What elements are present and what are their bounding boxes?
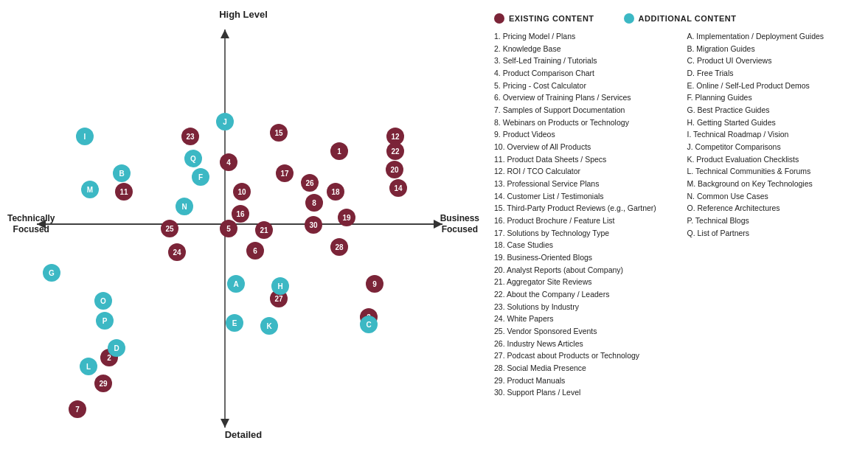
additional-list-item: L. Technical Communities & Forums bbox=[687, 166, 863, 176]
dot-existing-24: 24 bbox=[168, 243, 186, 261]
additional-list-col: A. Implementation / Deployment GuidesB. … bbox=[687, 31, 863, 400]
existing-list-item: 12. ROI / TCO Calculator bbox=[494, 166, 670, 176]
additional-list-item: J. Competitor Comparisons bbox=[687, 142, 863, 152]
additional-list-item: N. Common Use Cases bbox=[687, 191, 863, 201]
dot-existing-10: 10 bbox=[233, 183, 251, 201]
additional-list-item: M. Background on Key Technologies bbox=[687, 178, 863, 189]
dot-existing-23: 23 bbox=[181, 128, 199, 145]
legend-list-area: EXISTING CONTENT ADDITIONAL CONTENT 1. P… bbox=[479, 7, 868, 442]
dot-additional-O: O bbox=[94, 292, 112, 310]
dot-additional-J: J bbox=[216, 113, 234, 130]
dot-existing-15: 15 bbox=[270, 124, 288, 142]
legend-additional: ADDITIONAL CONTENT bbox=[624, 13, 737, 24]
lists-row: 1. Pricing Model / Plans2. Knowledge Bas… bbox=[494, 31, 862, 400]
dot-existing-26: 26 bbox=[301, 174, 319, 192]
dot-additional-C: C bbox=[360, 316, 378, 333]
dot-additional-I: I bbox=[76, 128, 94, 145]
dot-existing-1: 1 bbox=[330, 142, 348, 160]
chart-area: High Level Detailed TechnicallyFocused B… bbox=[7, 7, 479, 442]
dot-existing-28: 28 bbox=[330, 238, 348, 256]
existing-list-item: 30. Support Plans / Level bbox=[494, 387, 670, 397]
additional-list-item: G. Best Practice Guides bbox=[687, 105, 863, 115]
additional-list-item: Q. List of Partners bbox=[687, 228, 863, 238]
dot-existing-19: 19 bbox=[338, 209, 355, 226]
dot-additional-N: N bbox=[176, 198, 193, 215]
existing-list-item: 4. Product Comparison Chart bbox=[494, 68, 670, 78]
dot-additional-B: B bbox=[113, 164, 131, 182]
existing-list-item: 7. Samples of Support Documentation bbox=[494, 105, 670, 115]
legend-additional-dot bbox=[624, 13, 634, 24]
existing-list-item: 18. Case Studies bbox=[494, 240, 670, 250]
legend-existing: EXISTING CONTENT bbox=[494, 13, 594, 24]
dot-existing-20: 20 bbox=[386, 161, 403, 178]
dot-additional-A: A bbox=[227, 275, 245, 293]
dot-existing-8: 8 bbox=[305, 194, 323, 212]
additional-list-item: O. Reference Architectures bbox=[687, 203, 863, 213]
dot-additional-Q: Q bbox=[184, 150, 202, 167]
dot-existing-7: 7 bbox=[69, 400, 86, 418]
existing-list-item: 2. Knowledge Base bbox=[494, 43, 670, 54]
legend-row: EXISTING CONTENT ADDITIONAL CONTENT bbox=[494, 13, 862, 24]
existing-list-item: 13. Professional Service Plans bbox=[494, 178, 670, 189]
dot-existing-14: 14 bbox=[389, 179, 407, 197]
existing-list-item: 16. Product Brochure / Feature List bbox=[494, 215, 670, 226]
existing-list-item: 3. Self-Led Training / Tutorials bbox=[494, 55, 670, 66]
additional-list-item: E. Online / Self-Led Product Demos bbox=[687, 80, 863, 91]
dot-additional-D: D bbox=[108, 339, 125, 357]
existing-list-item: 5. Pricing - Cost Calculator bbox=[494, 80, 670, 91]
dot-existing-17: 17 bbox=[276, 164, 294, 182]
legend-existing-dot bbox=[494, 13, 504, 24]
existing-list-item: 27. Podcast about Products or Technology bbox=[494, 350, 670, 361]
existing-list-col: 1. Pricing Model / Plans2. Knowledge Bas… bbox=[494, 31, 670, 400]
existing-list-item: 14. Customer List / Testimonials bbox=[494, 191, 670, 201]
dot-additional-K: K bbox=[260, 317, 278, 335]
existing-list-item: 9. Product Videos bbox=[494, 129, 670, 139]
dot-additional-M: M bbox=[81, 181, 99, 198]
dot-existing-6: 6 bbox=[246, 242, 264, 260]
existing-list-item: 25. Vendor Sponsored Events bbox=[494, 326, 670, 336]
additional-list-item: K. Product Evaluation Checklists bbox=[687, 154, 863, 164]
additional-list-item: D. Free Trials bbox=[687, 68, 863, 78]
dot-additional-H: H bbox=[271, 277, 289, 295]
existing-list-item: 11. Product Data Sheets / Specs bbox=[494, 154, 670, 164]
additional-list-item: B. Migration Guides bbox=[687, 43, 863, 54]
existing-list-item: 1. Pricing Model / Plans bbox=[494, 31, 670, 41]
existing-list-item: 29. Product Manuals bbox=[494, 375, 670, 386]
existing-list-item: 15. Third-Party Product Reviews (e.g., G… bbox=[494, 203, 670, 213]
additional-list-item: P. Technical Blogs bbox=[687, 215, 863, 226]
dot-existing-9: 9 bbox=[366, 275, 383, 293]
dot-existing-29: 29 bbox=[94, 375, 112, 392]
svg-marker-6 bbox=[221, 419, 229, 428]
additional-list-item: C. Product UI Overviews bbox=[687, 55, 863, 66]
existing-list-item: 19. Business-Oriented Blogs bbox=[494, 252, 670, 262]
svg-marker-5 bbox=[221, 29, 229, 38]
existing-list-item: 20. Analyst Reports (about Company) bbox=[494, 265, 670, 275]
existing-list-item: 24. White Papers bbox=[494, 313, 670, 324]
legend-additional-label: ADDITIONAL CONTENT bbox=[639, 14, 737, 23]
dot-existing-21: 21 bbox=[255, 221, 273, 239]
existing-list-item: 8. Webinars on Products or Technology bbox=[494, 117, 670, 128]
dot-existing-18: 18 bbox=[327, 183, 344, 201]
additional-list-item: A. Implementation / Deployment Guides bbox=[687, 31, 863, 41]
svg-marker-2 bbox=[37, 220, 46, 229]
dot-existing-22: 22 bbox=[386, 142, 404, 160]
existing-list-item: 28. Social Media Presence bbox=[494, 363, 670, 373]
existing-list-item: 10. Overview of All Products bbox=[494, 142, 670, 152]
main-container: High Level Detailed TechnicallyFocused B… bbox=[0, 0, 868, 449]
dot-additional-L: L bbox=[80, 358, 97, 375]
dot-additional-P: P bbox=[96, 312, 114, 330]
dot-existing-11: 11 bbox=[115, 183, 133, 201]
additional-list-item: F. Planning Guides bbox=[687, 92, 863, 102]
dot-additional-G: G bbox=[43, 264, 60, 282]
dot-existing-4: 4 bbox=[220, 153, 237, 171]
existing-list-item: 22. About the Company / Leaders bbox=[494, 289, 670, 299]
existing-list-item: 17. Solutions by Technology Type bbox=[494, 228, 670, 238]
dot-existing-30: 30 bbox=[305, 216, 322, 234]
dot-existing-16: 16 bbox=[232, 205, 249, 223]
existing-list-item: 21. Aggregator Site Reviews bbox=[494, 276, 670, 287]
dot-existing-5: 5 bbox=[220, 220, 237, 237]
svg-marker-3 bbox=[434, 220, 442, 229]
existing-list-item: 23. Solutions by Industry bbox=[494, 302, 670, 312]
existing-list-item: 6. Overview of Training Plans / Services bbox=[494, 92, 670, 102]
dot-additional-F: F bbox=[192, 168, 209, 186]
